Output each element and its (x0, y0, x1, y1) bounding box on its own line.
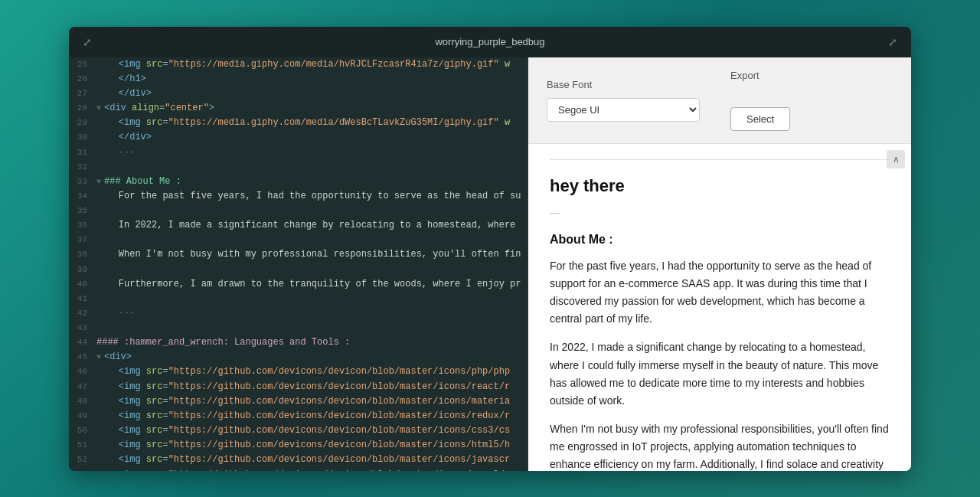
code-line: 53 <img src="https://github.com/devicons… (69, 468, 528, 471)
settings-bar: Base Font Segoe UI Arial Georgia Verdana… (528, 57, 911, 144)
code-line: 43 (69, 321, 528, 335)
font-settings-group: Base Font Segoe UI Arial Georgia Verdana… (547, 79, 700, 122)
code-line: 36 In 2022, I made a significant change … (69, 218, 528, 233)
code-line: 37 (69, 233, 528, 247)
select-button[interactable]: Select (730, 107, 790, 131)
code-line: 35 (69, 204, 528, 218)
expand-right-button[interactable]: ⤢ (884, 33, 902, 51)
code-line: 50 <img src="https://github.com/devicons… (69, 423, 528, 438)
preview-panel[interactable]: ∧ hey there --- About Me : For the past … (528, 144, 911, 471)
code-line: 48 <img src="https://github.com/devicons… (69, 394, 528, 409)
code-line: 32 (69, 160, 528, 175)
code-line: 27 </div> (69, 87, 528, 101)
font-select[interactable]: Segoe UI Arial Georgia Verdana Courier N… (547, 98, 700, 122)
expand-right-icon: ⤢ (888, 36, 897, 48)
code-line: 40 Furthermore, I am drawn to the tranqu… (69, 277, 528, 292)
expand-left-button[interactable]: ⤢ (78, 33, 96, 51)
code-line: 25 <img src="https://media.giphy.com/med… (69, 57, 528, 72)
code-line: 42 --- (69, 306, 528, 321)
preview-content: hey there --- About Me : For the past fi… (550, 172, 890, 471)
preview-paragraph-2: In 2022, I made a significant change by … (550, 338, 890, 409)
preview-hr-text: --- (550, 205, 890, 221)
code-editor-panel: 25 <img src="https://media.giphy.com/med… (69, 57, 528, 471)
export-settings-group: Export Select (730, 70, 790, 131)
code-line: 47 <img src="https://github.com/devicons… (69, 380, 528, 394)
right-panel: Base Font Segoe UI Arial Georgia Verdana… (528, 57, 911, 471)
preview-paragraph-1: For the past five years, I had the oppor… (550, 257, 890, 328)
code-line: 34 For the past five years, I had the op… (69, 189, 528, 204)
preview-paragraph-3: When I'm not busy with my professional r… (550, 420, 890, 471)
preview-divider (550, 159, 890, 160)
code-line: 52 <img src="https://github.com/devicons… (69, 453, 528, 467)
export-label: Export (730, 70, 790, 81)
code-line: 38 When I'm not busy with my professiona… (69, 247, 528, 262)
code-line: 26 </h1> (69, 72, 528, 87)
code-line: 30 </div> (69, 130, 528, 145)
title-bar: ⤢ worrying_purple_bedbug ⤢ (69, 27, 911, 57)
main-content: 25 <img src="https://media.giphy.com/med… (69, 57, 911, 471)
code-line: 45 ▼<div> (69, 350, 528, 365)
preview-heading: hey there (550, 172, 890, 199)
code-line: 28 ▼<div align="center"> (69, 101, 528, 116)
chevron-up-icon: ∧ (893, 154, 900, 165)
scroll-up-button[interactable]: ∧ (887, 150, 905, 168)
main-window: ⤢ worrying_purple_bedbug ⤢ 25 <img src="… (69, 27, 911, 471)
code-line: 33 ▼### About Me : (69, 175, 528, 189)
base-font-label: Base Font (547, 79, 700, 90)
code-line: 41 (69, 292, 528, 306)
code-line: 51 <img src="https://github.com/devicons… (69, 438, 528, 453)
code-area[interactable]: 25 <img src="https://media.giphy.com/med… (69, 57, 528, 471)
code-line: 49 <img src="https://github.com/devicons… (69, 409, 528, 423)
code-line: 46 <img src="https://github.com/devicons… (69, 365, 528, 379)
code-line: 29 <img src="https://media.giphy.com/med… (69, 116, 528, 130)
code-line: 39 (69, 263, 528, 277)
preview-about-heading: About Me : (550, 230, 890, 250)
code-line: 44 #### :hammer_and_wrench: Languages an… (69, 335, 528, 350)
expand-left-icon: ⤢ (83, 36, 92, 48)
code-line: 31 --- (69, 146, 528, 160)
window-title: worrying_purple_bedbug (435, 36, 544, 47)
